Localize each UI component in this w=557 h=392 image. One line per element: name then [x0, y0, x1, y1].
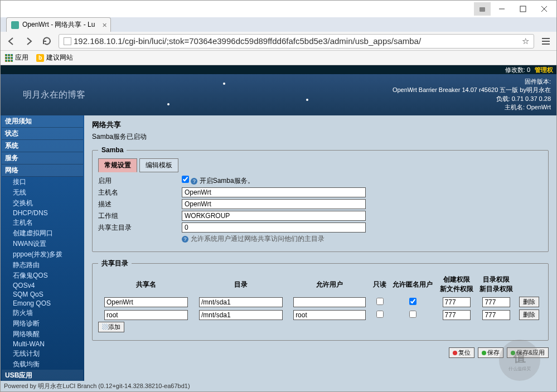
- tab-general[interactable]: 常规设置: [98, 158, 137, 172]
- sidebar-item[interactable]: 静态路由: [2, 260, 83, 270]
- page-title: 网络共享: [92, 120, 549, 130]
- service-status: Samba服务已启动: [92, 132, 549, 142]
- url-bar[interactable]: 192.168.10.1/cgi-bin/luci/;stok=70364e39…: [59, 34, 534, 49]
- content-area: 网络共享 Samba服务已启动 Samba 常规设置 编辑模板 启用 ? 开启S…: [84, 115, 556, 381]
- minimize-button[interactable]: [492, 2, 512, 16]
- apps-shortcut[interactable]: 应用: [5, 53, 28, 62]
- changes-count: 修改数: 0: [505, 66, 530, 74]
- share-guest-checkbox[interactable]: [409, 311, 416, 318]
- desc-label: 描述: [98, 200, 182, 209]
- header-info: 固件版本: OpenWrt Barrier Breaker 14.07 r456…: [393, 78, 551, 112]
- delete-button[interactable]: 删除: [519, 309, 539, 320]
- share-ro-checkbox[interactable]: [376, 311, 384, 318]
- samba-fieldset: Samba 常规设置 编辑模板 启用 ? 开启Samba服务。 主机名 描: [92, 146, 549, 252]
- svg-rect-2: [520, 6, 526, 12]
- share-users-input[interactable]: [293, 310, 366, 320]
- page-icon: [64, 37, 71, 45]
- sidebar-item[interactable]: 防火墙: [2, 308, 83, 318]
- share-guest-checkbox[interactable]: [409, 298, 416, 305]
- browser-toolbar: 192.168.10.1/cgi-bin/luci/;stok=70364e39…: [1, 32, 556, 51]
- url-text: 192.168.10.1/cgi-bin/luci/;stok=70364e39…: [74, 36, 421, 46]
- sidebar-item[interactable]: 交换机: [2, 198, 83, 209]
- enable-checkbox[interactable]: [182, 176, 189, 183]
- card-icon[interactable]: [474, 2, 491, 16]
- delete-button[interactable]: 删除: [519, 297, 539, 307]
- workgroup-input[interactable]: [182, 211, 366, 221]
- share-dir-input[interactable]: [482, 310, 510, 320]
- sidebar-item[interactable]: 负载均衡: [2, 359, 83, 370]
- sidebar-cat[interactable]: 状态: [2, 128, 83, 140]
- sidebar-item[interactable]: 无线计划: [2, 349, 83, 359]
- sidebar-item[interactable]: 网络诊断: [2, 318, 83, 329]
- share-create-input[interactable]: [443, 310, 471, 320]
- sidebar-item[interactable]: pppoe(并发)多拨: [2, 249, 83, 260]
- shares-fieldset: 共享目录 共享名目录允许用户只读允许匿名用户创建权限新文件权限目录权限新目录权限…: [92, 259, 549, 341]
- sidebar-item[interactable]: 无线: [2, 187, 83, 198]
- svg-rect-0: [479, 7, 485, 12]
- desc-input[interactable]: [182, 199, 366, 209]
- blog-title: 明月永在的博客: [23, 89, 85, 101]
- share-path-input[interactable]: [199, 297, 283, 307]
- forward-button[interactable]: [23, 35, 35, 47]
- share-users-input[interactable]: [293, 297, 366, 307]
- close-button[interactable]: [534, 2, 554, 16]
- browser-tabs: OpenWrt - 网络共享 - Lu ✕: [1, 17, 556, 32]
- share-create-input[interactable]: [443, 297, 471, 307]
- page-header: 明月永在的博客 固件版本: OpenWrt Barrier Breaker 14…: [1, 74, 556, 115]
- sidebar-item[interactable]: Multi-WAN: [2, 340, 83, 349]
- back-button[interactable]: [5, 35, 17, 47]
- sidebar: 使用须知状态系统服务网络接口无线交换机DHCP/DNS主机名创建虚拟网口NWAN…: [1, 115, 84, 381]
- menu-button[interactable]: [540, 35, 552, 47]
- enable-label: 启用: [98, 176, 182, 186]
- sidebar-item[interactable]: NWAN设置: [2, 239, 83, 249]
- add-button[interactable]: ▧添加: [98, 322, 124, 332]
- admin-link[interactable]: 管理权: [535, 66, 553, 74]
- bookmark-item[interactable]: b建议网站: [36, 53, 73, 62]
- hostname-input[interactable]: [182, 187, 366, 197]
- homes-input[interactable]: [182, 222, 366, 233]
- share-path-input[interactable]: [199, 310, 283, 320]
- samba-legend: Samba: [98, 146, 127, 154]
- workgroup-label: 工作组: [98, 211, 182, 221]
- sidebar-item[interactable]: 接口: [2, 177, 83, 187]
- shares-table: 共享名目录允许用户只读允许匿名用户创建权限新文件权限目录权限新目录权限 删除 删…: [98, 273, 543, 322]
- sidebar-cat[interactable]: 网络: [2, 164, 83, 177]
- maximize-button[interactable]: [513, 2, 533, 16]
- status-strip: 修改数: 0 管理权: [1, 65, 556, 74]
- sidebar-item[interactable]: 石像鬼QOS: [2, 270, 83, 281]
- footer: Powered by 明月永在LuCI Branch (0.12+git-14.…: [1, 381, 556, 391]
- sidebar-item[interactable]: QOSv4: [2, 281, 83, 290]
- sidebar-cat[interactable]: 系统: [2, 140, 83, 152]
- share-name-input[interactable]: [104, 310, 188, 320]
- watermark: 值 什么值得买: [499, 340, 540, 381]
- sidebar-item[interactable]: 网络唤醒: [2, 329, 83, 340]
- shares-legend: 共享目录: [98, 259, 132, 268]
- favicon-icon: [11, 21, 19, 29]
- sidebar-cat[interactable]: 服务: [2, 152, 83, 164]
- sidebar-cat[interactable]: USB应用: [2, 370, 83, 381]
- window-titlebar: [1, 1, 556, 17]
- browser-tab[interactable]: OpenWrt - 网络共享 - Lu ✕: [6, 17, 111, 32]
- tab-close-icon[interactable]: ✕: [102, 21, 107, 28]
- help-icon[interactable]: ?: [191, 178, 197, 185]
- bookmarks-bar: 应用 b建议网站: [1, 51, 556, 65]
- share-dir-input[interactable]: [482, 297, 510, 307]
- sidebar-cat[interactable]: 使用须知: [2, 115, 83, 128]
- tab-title: OpenWrt - 网络共享 - Lu: [22, 20, 95, 30]
- action-bar: 复位 保存 保存&应用: [92, 347, 549, 358]
- sidebar-item[interactable]: SQM QoS: [2, 290, 83, 299]
- hostname-label: 主机名: [98, 188, 182, 197]
- reload-button[interactable]: [41, 35, 53, 47]
- tab-template[interactable]: 编辑模板: [139, 158, 178, 172]
- share-name-input[interactable]: [104, 297, 188, 307]
- sidebar-item[interactable]: 主机名: [2, 217, 83, 228]
- table-row: 删除: [99, 309, 541, 321]
- sidebar-item[interactable]: DHCP/DNS: [2, 209, 83, 217]
- form-tabs: 常规设置 编辑模板: [98, 158, 543, 172]
- sidebar-item[interactable]: 创建虚拟网口: [2, 228, 83, 239]
- star-icon[interactable]: ☆: [522, 36, 529, 46]
- help-icon[interactable]: ?: [182, 236, 188, 243]
- share-ro-checkbox[interactable]: [376, 298, 384, 305]
- sidebar-item[interactable]: Emong QOS: [2, 299, 83, 308]
- reset-button[interactable]: 复位: [449, 347, 474, 358]
